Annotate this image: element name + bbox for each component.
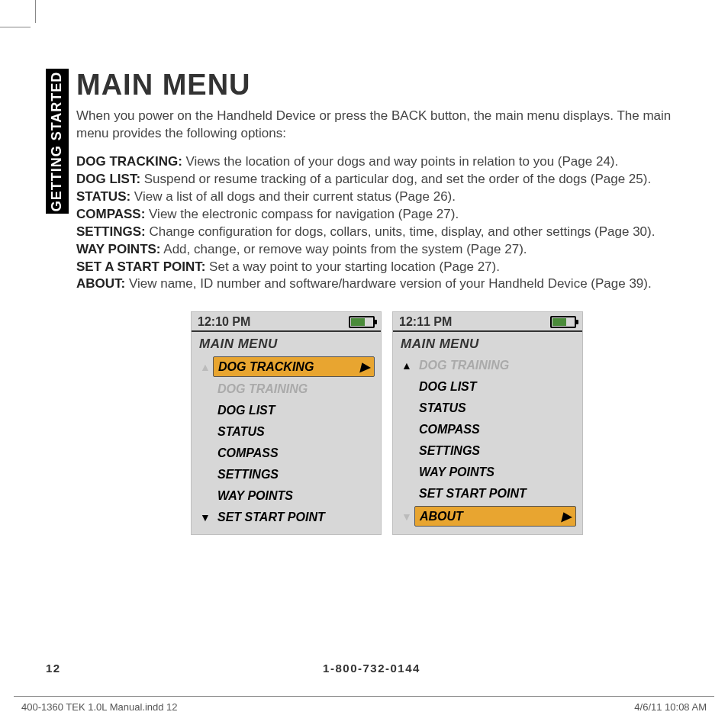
- scroll-down-icon: ▼: [399, 511, 414, 522]
- menu-item-label: STATUS: [419, 401, 466, 415]
- scroll-up-icon: ▲: [399, 360, 414, 371]
- slug-file: 400-1360 TEK 1.0L Manual.indd 12: [21, 701, 178, 713]
- menu-item-label: SETTINGS: [217, 468, 279, 482]
- battery-icon: [349, 316, 375, 328]
- chevron-right-icon: ▶: [360, 359, 369, 374]
- menu-row: ▼ABOUT▶: [396, 504, 579, 528]
- menu-item[interactable]: WAY POINTS: [213, 487, 375, 505]
- definition-desc: Views the location of your dogs and way …: [182, 154, 618, 169]
- menu-item[interactable]: SETTINGS: [213, 465, 375, 484]
- definition-term: SET A START POINT:: [76, 259, 205, 274]
- definition-row: SETTINGS: Change configuration for dogs,…: [76, 224, 697, 241]
- definition-row: STATUS: View a list of all dogs and thei…: [76, 188, 697, 206]
- menu-item-label: SET START POINT: [217, 511, 325, 524]
- arrow-spacer: [198, 448, 213, 459]
- print-slug: 400-1360 TEK 1.0L Manual.indd 12 4/6/11 …: [14, 696, 714, 713]
- screen-title: MAIN MENU: [393, 332, 582, 355]
- menu-item-label: ABOUT: [420, 510, 463, 523]
- clock: 12:11 PM: [399, 315, 452, 329]
- device-screen: 12:10 PMMAIN MENU▲DOG TRACKING▶ DOG TRAI…: [191, 311, 382, 535]
- scroll-up-icon: ▲: [198, 362, 213, 372]
- menu-item[interactable]: STATUS: [414, 399, 576, 417]
- definition-term: DOG LIST:: [76, 172, 140, 186]
- menu-row: ▲DOG TRAINING: [396, 355, 579, 376]
- menu-item[interactable]: DOG TRACKING▶: [213, 356, 375, 377]
- arrow-spacer: [198, 405, 213, 416]
- definition-term: WAY POINTS:: [76, 242, 161, 256]
- menu-row: COMPASS: [195, 443, 378, 464]
- menu-item[interactable]: DOG LIST: [213, 401, 375, 420]
- page-content: MAIN MENU When you power on the Handheld…: [76, 69, 697, 535]
- definitions-list: DOG TRACKING: Views the location of your…: [76, 153, 697, 294]
- battery-icon: [550, 316, 576, 328]
- device-screenshots: 12:10 PMMAIN MENU▲DOG TRACKING▶ DOG TRAI…: [76, 311, 697, 535]
- menu-item[interactable]: COMPASS: [414, 420, 576, 439]
- menu-row: SETTINGS: [396, 440, 579, 462]
- page-title: MAIN MENU: [76, 69, 697, 101]
- definition-desc: View a list of all dogs and their curren…: [130, 189, 456, 204]
- menu-list: ▲DOG TRACKING▶ DOG TRAINING DOG LIST STA…: [192, 355, 381, 534]
- definition-row: SET A START POINT: Set a way point to yo…: [76, 259, 697, 276]
- menu-item-label: WAY POINTS: [419, 465, 494, 479]
- menu-item[interactable]: STATUS: [213, 423, 375, 441]
- menu-item-label: SETTINGS: [419, 444, 480, 458]
- definition-desc: Change configuration for dogs, collars, …: [146, 224, 656, 239]
- menu-item-label: STATUS: [217, 425, 265, 439]
- status-bar: 12:11 PM: [393, 312, 582, 332]
- definition-desc: View the electronic compass for navigati…: [145, 207, 459, 221]
- menu-item-label: DOG TRAINING: [217, 382, 308, 396]
- arrow-spacer: [399, 424, 414, 435]
- definition-term: STATUS:: [76, 189, 130, 204]
- arrow-spacer: [399, 446, 414, 456]
- menu-item-label: DOG LIST: [419, 380, 477, 394]
- arrow-spacer: [198, 491, 213, 501]
- definition-term: DOG TRACKING:: [76, 154, 182, 169]
- support-phone: 1-800-732-0144: [107, 662, 636, 675]
- menu-row: WAY POINTS: [195, 485, 378, 507]
- menu-row: ▲DOG TRACKING▶: [195, 355, 378, 378]
- definition-desc: Suspend or resume tracking of a particul…: [140, 172, 651, 186]
- menu-list: ▲DOG TRAINING DOG LIST STATUS COMPASS SE…: [393, 355, 582, 534]
- menu-row: DOG TRAINING: [195, 378, 378, 400]
- menu-item: DOG TRAINING: [213, 380, 375, 398]
- page-footer: 12 1-800-732-0144: [46, 662, 697, 675]
- arrow-spacer: [399, 403, 414, 414]
- menu-item-label: COMPASS: [419, 423, 480, 436]
- menu-item[interactable]: WAY POINTS: [414, 463, 576, 482]
- menu-item-label: DOG TRAINING: [419, 359, 509, 372]
- menu-item[interactable]: SET START POINT: [414, 485, 576, 503]
- menu-row: ▼SET START POINT: [195, 507, 378, 528]
- screen-title: MAIN MENU: [192, 332, 381, 355]
- menu-row: STATUS: [396, 398, 579, 419]
- menu-row: STATUS: [195, 421, 378, 443]
- menu-item[interactable]: DOG LIST: [414, 378, 576, 396]
- menu-item[interactable]: SET START POINT: [213, 508, 375, 527]
- menu-item[interactable]: ABOUT▶: [414, 506, 576, 527]
- menu-row: WAY POINTS: [396, 462, 579, 483]
- menu-row: COMPASS: [396, 419, 579, 440]
- arrow-spacer: [198, 427, 213, 437]
- menu-item[interactable]: SETTINGS: [414, 442, 576, 460]
- arrow-spacer: [399, 488, 414, 499]
- definition-term: COMPASS:: [76, 207, 145, 221]
- menu-item: DOG TRAINING: [414, 356, 576, 375]
- menu-row: DOG LIST: [195, 400, 378, 421]
- menu-item[interactable]: COMPASS: [213, 444, 375, 462]
- definition-row: ABOUT: View name, ID number and software…: [76, 275, 697, 293]
- menu-item-label: DOG TRACKING: [218, 360, 314, 374]
- scroll-down-icon: ▼: [198, 512, 213, 523]
- menu-item-label: SET START POINT: [419, 487, 527, 501]
- arrow-spacer: [198, 384, 213, 395]
- definition-row: COMPASS: View the electronic compass for…: [76, 206, 697, 224]
- intro-paragraph: When you power on the Handheld Device or…: [76, 108, 697, 143]
- arrow-spacer: [198, 469, 213, 480]
- menu-row: DOG LIST: [396, 376, 579, 398]
- definition-desc: View name, ID number and software/hardwa…: [125, 276, 652, 291]
- menu-item-label: DOG LIST: [217, 404, 275, 417]
- menu-row: SET START POINT: [396, 483, 579, 504]
- chevron-right-icon: ▶: [562, 509, 571, 523]
- definition-desc: Add, change, or remove way points from t…: [161, 242, 527, 256]
- definition-desc: Set a way point to your starting locatio…: [205, 259, 500, 274]
- slug-timestamp: 4/6/11 10:08 AM: [634, 701, 707, 713]
- menu-item-label: WAY POINTS: [217, 489, 293, 503]
